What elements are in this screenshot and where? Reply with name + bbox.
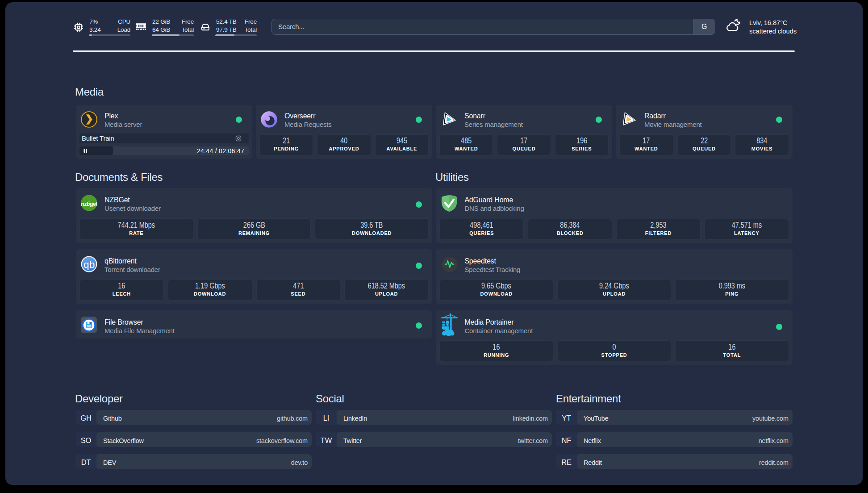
svg-text:qb: qb bbox=[83, 259, 95, 270]
svg-text:nzbget: nzbget bbox=[81, 201, 97, 207]
